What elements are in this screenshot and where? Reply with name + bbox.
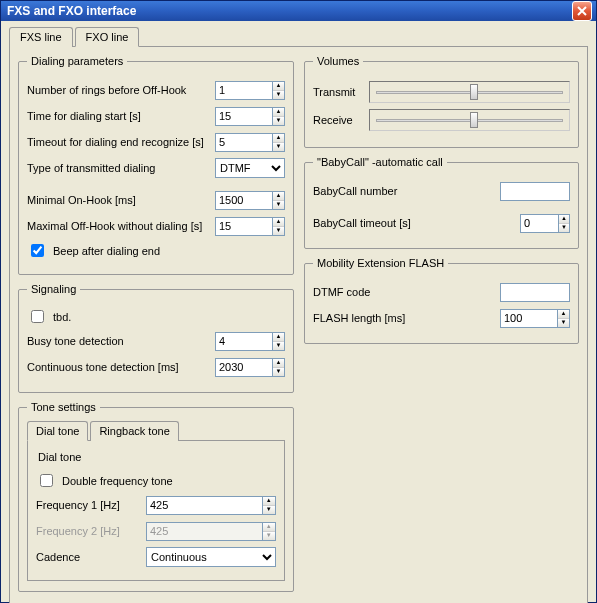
titlebar: FXS and FXO interface: [1, 1, 596, 21]
start-spinner[interactable]: ▲▼: [215, 107, 285, 126]
group-babycall: "BabyCall" -automatic call BabyCall numb…: [304, 156, 579, 249]
transmit-label: Transmit: [313, 86, 369, 98]
spin-up-icon[interactable]: ▲: [273, 82, 284, 91]
beep-label: Beep after dialing end: [53, 245, 160, 257]
spin-down-icon: ▼: [263, 532, 275, 540]
cont-input[interactable]: [215, 358, 272, 377]
freq2-label: Frequency 2 [Hz]: [36, 525, 146, 537]
max-offhook-spinner[interactable]: ▲▼: [215, 217, 285, 236]
babycall-number-label: BabyCall number: [313, 185, 500, 197]
dtmf-input[interactable]: [500, 283, 570, 302]
inner-tone-panel: Dial tone Double frequency tone Frequenc…: [27, 440, 285, 581]
spin-down-icon[interactable]: ▼: [273, 368, 284, 376]
rings-label: Number of rings before Off-Hook: [27, 84, 215, 96]
babycall-timeout-label: BabyCall timeout [s]: [313, 217, 520, 229]
spin-down-icon[interactable]: ▼: [273, 201, 284, 209]
group-legend: Dialing parameters: [27, 55, 127, 67]
group-legend: Volumes: [313, 55, 363, 67]
group-mobility-flash: Mobility Extension FLASH DTMF code FLASH…: [304, 257, 579, 344]
dtmf-label: DTMF code: [313, 286, 500, 298]
group-signaling: Signaling tbd. Busy tone detection ▲▼: [18, 283, 294, 393]
group-legend: Signaling: [27, 283, 80, 295]
babycall-timeout-input[interactable]: [520, 214, 558, 233]
receive-slider[interactable]: [369, 109, 570, 131]
spin-down-icon[interactable]: ▼: [273, 227, 284, 235]
start-label: Time for dialing start [s]: [27, 110, 215, 122]
flash-length-input[interactable]: [500, 309, 557, 328]
group-volumes: Volumes Transmit Receive: [304, 55, 579, 148]
spin-up-icon[interactable]: ▲: [559, 215, 569, 224]
receive-label: Receive: [313, 114, 369, 126]
spin-down-icon[interactable]: ▼: [558, 319, 569, 327]
rings-input[interactable]: [215, 81, 272, 100]
min-onhook-label: Minimal On-Hook [ms]: [27, 194, 215, 206]
tbd-checkbox[interactable]: [31, 310, 44, 323]
spin-up-icon[interactable]: ▲: [273, 218, 284, 227]
double-freq-label: Double frequency tone: [62, 475, 173, 487]
slider-thumb-icon[interactable]: [470, 112, 478, 128]
beep-checkbox[interactable]: [31, 244, 44, 257]
start-input[interactable]: [215, 107, 272, 126]
window-title: FXS and FXO interface: [7, 4, 136, 18]
close-button[interactable]: [572, 1, 592, 21]
spin-down-icon[interactable]: ▼: [273, 342, 284, 350]
babycall-timeout-spinner[interactable]: ▲▼: [520, 214, 570, 233]
cont-label: Continuous tone detection [ms]: [27, 361, 215, 373]
rings-spinner[interactable]: ▲▼: [215, 81, 285, 100]
busy-input[interactable]: [215, 332, 272, 351]
min-onhook-spinner[interactable]: ▲▼: [215, 191, 285, 210]
tab-ringback-tone[interactable]: Ringback tone: [90, 421, 178, 441]
dialog-window: FXS and FXO interface FXS line FXO line …: [0, 0, 597, 603]
flash-length-spinner[interactable]: ▲▼: [500, 309, 570, 328]
content-area: FXS line FXO line Dialing parameters Num…: [1, 21, 596, 603]
timeout-input[interactable]: [215, 133, 272, 152]
close-icon: [577, 6, 587, 16]
right-column: Volumes Transmit Receive "BabyCall" -aut…: [304, 55, 579, 600]
tbd-label: tbd.: [53, 311, 71, 323]
spin-up-icon[interactable]: ▲: [273, 333, 284, 342]
spin-up-icon[interactable]: ▲: [558, 310, 569, 319]
type-combo[interactable]: DTMF: [215, 158, 285, 178]
group-tone-settings: Tone settings Dial tone Ringback tone Di…: [18, 401, 294, 592]
spin-down-icon[interactable]: ▼: [263, 506, 275, 514]
tab-dial-tone[interactable]: Dial tone: [27, 421, 88, 441]
tab-fxo-line[interactable]: FXO line: [75, 27, 140, 47]
spin-up-icon[interactable]: ▲: [273, 359, 284, 368]
group-legend: "BabyCall" -automatic call: [313, 156, 447, 168]
busy-label: Busy tone detection: [27, 335, 215, 347]
spin-down-icon[interactable]: ▼: [273, 117, 284, 125]
spin-down-icon[interactable]: ▼: [273, 143, 284, 151]
spin-up-icon: ▲: [263, 523, 275, 532]
main-tabs: FXS line FXO line: [9, 27, 588, 47]
spin-up-icon[interactable]: ▲: [273, 134, 284, 143]
spin-down-icon[interactable]: ▼: [273, 91, 284, 99]
spin-down-icon[interactable]: ▼: [559, 224, 569, 232]
left-column: Dialing parameters Number of rings befor…: [18, 55, 294, 600]
freq2-spinner: ▲▼: [146, 522, 276, 541]
spin-up-icon[interactable]: ▲: [273, 108, 284, 117]
transmit-slider[interactable]: [369, 81, 570, 103]
cont-spinner[interactable]: ▲▼: [215, 358, 285, 377]
babycall-number-input[interactable]: [500, 182, 570, 201]
inner-legend: Dial tone: [38, 451, 276, 463]
double-freq-checkbox[interactable]: [40, 474, 53, 487]
type-label: Type of transmitted dialing: [27, 162, 215, 174]
freq1-label: Frequency 1 [Hz]: [36, 499, 146, 511]
freq1-spinner[interactable]: ▲▼: [146, 496, 276, 515]
tab-fxs-line[interactable]: FXS line: [9, 27, 73, 47]
spin-up-icon[interactable]: ▲: [263, 497, 275, 506]
cadence-combo[interactable]: Continuous: [146, 547, 276, 567]
slider-thumb-icon[interactable]: [470, 84, 478, 100]
busy-spinner[interactable]: ▲▼: [215, 332, 285, 351]
spin-up-icon[interactable]: ▲: [273, 192, 284, 201]
cadence-label: Cadence: [36, 551, 146, 563]
max-offhook-input[interactable]: [215, 217, 272, 236]
max-offhook-label: Maximal Off-Hook without dialing [s]: [27, 220, 215, 232]
freq1-input[interactable]: [146, 496, 262, 515]
tab-panel-fxo: Dialing parameters Number of rings befor…: [9, 46, 588, 603]
flash-length-label: FLASH length [ms]: [313, 312, 500, 324]
min-onhook-input[interactable]: [215, 191, 272, 210]
group-dialing-parameters: Dialing parameters Number of rings befor…: [18, 55, 294, 275]
group-legend: Mobility Extension FLASH: [313, 257, 448, 269]
timeout-spinner[interactable]: ▲▼: [215, 133, 285, 152]
